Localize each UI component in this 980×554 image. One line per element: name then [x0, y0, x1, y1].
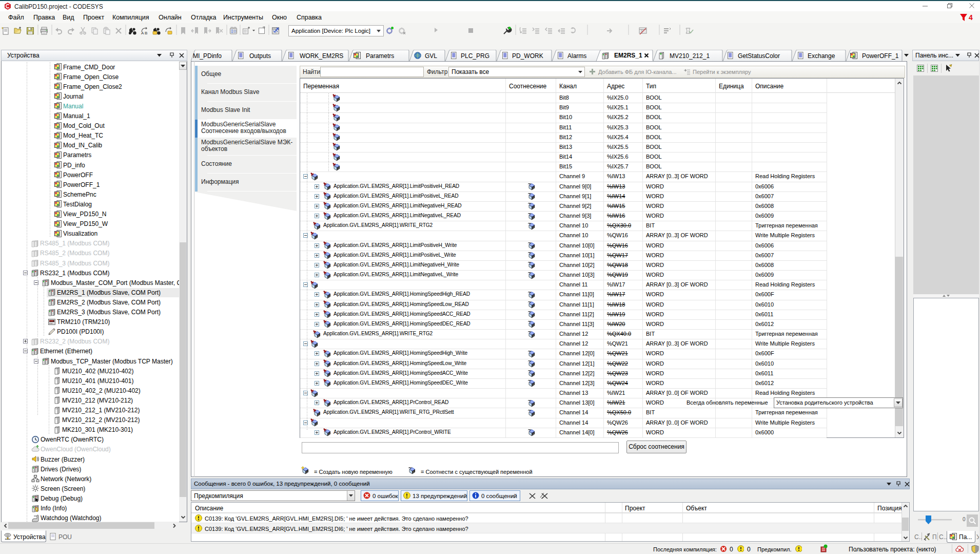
svg-text:A: A	[141, 31, 144, 35]
svg-text:B: B	[145, 31, 147, 35]
